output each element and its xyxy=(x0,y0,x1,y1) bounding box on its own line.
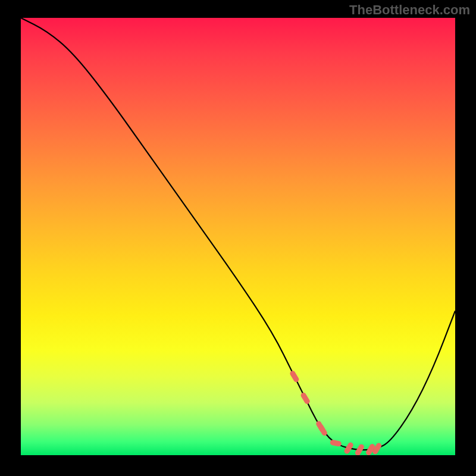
optimal-range-highlight xyxy=(293,374,379,453)
bottleneck-curve-line xyxy=(21,18,455,450)
highlight-dash xyxy=(293,374,296,380)
watermark-text: TheBottleneck.com xyxy=(349,2,470,18)
plot-area xyxy=(21,18,455,455)
highlight-dash xyxy=(321,427,324,433)
highlight-dash xyxy=(333,443,339,444)
highlight-dash xyxy=(369,447,372,453)
highlight-dash xyxy=(347,445,350,451)
highlight-dash xyxy=(358,447,361,453)
bottleneck-chart xyxy=(21,18,455,455)
highlight-dash xyxy=(303,395,307,401)
highlight-dash xyxy=(375,446,379,452)
